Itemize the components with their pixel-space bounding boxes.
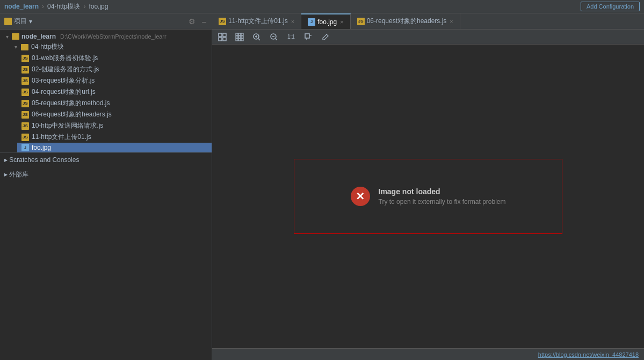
error-icon: ✕ xyxy=(351,187,370,206)
js-file-icon: JS xyxy=(21,100,29,107)
js-file-icon: JS xyxy=(21,66,29,74)
svg-rect-4 xyxy=(236,33,238,35)
image-error-box: ✕ Image not loaded Try to open it extern… xyxy=(294,159,562,234)
svg-rect-7 xyxy=(236,36,238,38)
editor-area: JS11-http文件上传01.js×Jfoo.jpg×JS06-request… xyxy=(212,13,644,360)
tab-label: 06-request对象的headers.js xyxy=(367,17,447,26)
status-url[interactable]: https://blog.csdn.net/weixin_44827418 xyxy=(538,351,639,358)
svg-rect-6 xyxy=(241,33,243,35)
tab-label: foo.jpg xyxy=(317,18,337,26)
file-name: 05-request对象的method.js xyxy=(32,99,110,108)
tab-jpg-icon: J xyxy=(308,18,315,26)
image-toolbar: 1:1 xyxy=(212,30,644,45)
file-name: 01-web服务器初体验.js xyxy=(32,54,98,63)
svg-rect-0 xyxy=(219,33,222,36)
external-library[interactable]: ▸ 外部库 xyxy=(0,167,212,182)
tree-file-item[interactable]: JS11-http文件上传01.js xyxy=(17,131,212,143)
scratches-label: Scratches and Consoles xyxy=(9,156,79,164)
file-name: 10-http中发送网络请求.js xyxy=(32,121,103,130)
minimize-button[interactable]: – xyxy=(201,17,207,26)
folder-04-children: JS01-web服务器初体验.jsJS02-创建服务器的方式.jsJS03-re… xyxy=(9,53,212,152)
sidebar: 项目 ▾ ⚙ – ▾ node_learn D:\CWork\WebStormP… xyxy=(0,13,212,360)
breadcrumb-folder[interactable]: 04-http模块 xyxy=(47,2,80,11)
tree-file-item[interactable]: JS05-request对象的method.js xyxy=(17,98,212,109)
folder-04-header[interactable]: ▾ 04-http模块 xyxy=(9,41,212,53)
tab-close-button[interactable]: × xyxy=(340,19,343,25)
project-label: 项目 xyxy=(14,17,27,26)
editor-tab[interactable]: JS11-http文件上传01.js× xyxy=(212,13,301,29)
root-path: D:\CWork\WebStormProjects\node_learr xyxy=(60,33,167,40)
zoom-in-button[interactable] xyxy=(251,31,263,43)
svg-rect-11 xyxy=(238,39,241,41)
tree-file-item[interactable]: JS10-http中发送网络请求.js xyxy=(17,120,212,131)
breadcrumb-file[interactable]: foo.jpg xyxy=(89,3,108,10)
tab-bar: JS11-http文件上传01.js×Jfoo.jpg×JS06-request… xyxy=(212,13,644,30)
fit-button[interactable] xyxy=(216,31,228,43)
svg-rect-9 xyxy=(241,36,243,38)
file-name: foo.jpg xyxy=(32,144,51,151)
tab-js-icon: JS xyxy=(219,18,226,25)
sidebar-toolbar-right: ⚙ – xyxy=(187,17,207,26)
image-error-inner: ✕ Image not loaded Try to open it extern… xyxy=(351,187,506,206)
arrow-down-icon: ▾ xyxy=(4,34,10,39)
tree-file-item[interactable]: JS03-request对象分析.js xyxy=(17,75,212,86)
tree-file-item[interactable]: JS06-request对象的headers.js xyxy=(17,109,212,120)
tree-root-item[interactable]: ▾ node_learn D:\CWork\WebStormProjects\n… xyxy=(0,32,212,41)
sidebar-toolbar-left: 项目 ▾ xyxy=(4,17,32,26)
svg-rect-8 xyxy=(238,36,241,38)
settings-button[interactable]: ⚙ xyxy=(187,17,197,26)
jpg-file-icon: J xyxy=(21,144,29,151)
folder-icon xyxy=(4,18,12,25)
svg-rect-20 xyxy=(305,34,309,38)
svg-rect-3 xyxy=(223,38,226,41)
editor-tab[interactable]: Jfoo.jpg× xyxy=(301,13,350,29)
grid-button[interactable] xyxy=(234,31,245,43)
editor-tab[interactable]: JS06-request对象的headers.js× xyxy=(351,13,460,29)
svg-rect-5 xyxy=(238,33,241,35)
title-bar: node_learn › 04-http模块 › foo.jpg Add Con… xyxy=(0,0,644,13)
js-file-icon: JS xyxy=(21,122,29,130)
js-file-icon: JS xyxy=(21,55,29,62)
tree-file-item[interactable]: JS02-创建服务器的方式.js xyxy=(17,64,212,75)
crop-button[interactable] xyxy=(302,31,314,43)
tree-file-item[interactable]: JS01-web服务器初体验.js xyxy=(17,53,212,64)
breadcrumb-sep2: › xyxy=(83,3,85,10)
status-bar: https://blog.csdn.net/weixin_44827418 xyxy=(212,348,644,360)
file-tree: ▾ node_learn D:\CWork\WebStormProjects\n… xyxy=(0,30,212,360)
folder-04-label: 04-http模块 xyxy=(31,42,64,52)
file-name: 03-request对象分析.js xyxy=(32,76,95,85)
file-name: 02-创建服务器的方式.js xyxy=(32,65,99,74)
pen-button[interactable] xyxy=(320,31,331,43)
breadcrumb-project[interactable]: node_learn xyxy=(4,3,39,10)
sidebar-toolbar: 项目 ▾ ⚙ – xyxy=(0,13,212,30)
scratches-arrow: ▸ xyxy=(4,156,9,164)
tab-close-button[interactable]: × xyxy=(450,18,453,25)
root-label: node_learn xyxy=(21,33,56,40)
zoom-out-button[interactable] xyxy=(268,31,280,43)
main-area: 项目 ▾ ⚙ – ▾ node_learn D:\CWork\WebStormP… xyxy=(0,13,644,360)
external-label: 外部库 xyxy=(9,171,28,178)
file-name: 04-request对象的url.js xyxy=(32,87,96,97)
svg-line-19 xyxy=(276,39,277,40)
tab-close-button[interactable]: × xyxy=(291,18,294,25)
dropdown-icon[interactable]: ▾ xyxy=(29,18,32,25)
file-name: 06-request对象的headers.js xyxy=(32,110,112,119)
tree-folder-04: ▾ 04-http模块 JS01-web服务器初体验.jsJS02-创建服务器的… xyxy=(0,41,212,152)
external-arrow: ▸ xyxy=(4,171,9,178)
tree-file-item[interactable]: JS04-request对象的url.js xyxy=(17,86,212,98)
actual-size-button[interactable]: 1:1 xyxy=(285,31,297,43)
add-configuration-button[interactable]: Add Configuration xyxy=(581,2,640,11)
svg-rect-10 xyxy=(236,39,238,41)
breadcrumb: node_learn › 04-http模块 › foo.jpg xyxy=(4,2,108,11)
file-name: 11-http文件上传01.js xyxy=(32,133,91,142)
js-file-icon: JS xyxy=(21,77,29,85)
root-folder-icon xyxy=(12,33,19,40)
error-title: Image not loaded xyxy=(379,187,506,196)
svg-rect-12 xyxy=(241,39,243,41)
tree-file-item[interactable]: Jfoo.jpg xyxy=(17,143,212,152)
tab-label: 11-http文件上传01.js xyxy=(228,17,288,26)
scratches-and-consoles[interactable]: ▸ Scratches and Consoles xyxy=(0,152,212,167)
tab-js-icon: JS xyxy=(357,18,365,25)
js-file-icon: JS xyxy=(21,111,29,119)
breadcrumb-sep1: › xyxy=(42,3,44,10)
